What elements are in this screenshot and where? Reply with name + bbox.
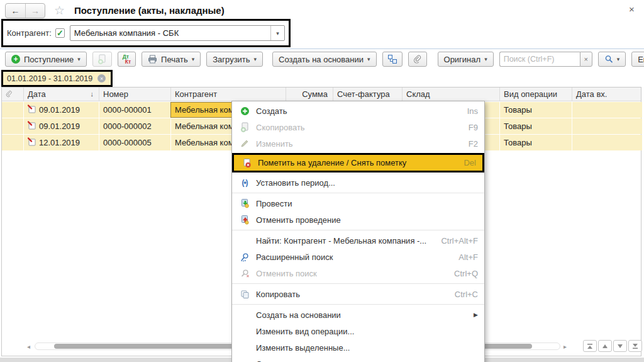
column-header-date-label: Дата: [28, 89, 46, 99]
cancel-search-icon: [240, 268, 250, 278]
close-icon: ×: [584, 55, 587, 63]
go-first-button[interactable]: [583, 340, 597, 352]
menu-item-unpost[interactable]: Отменить проведение: [232, 212, 484, 228]
counterparty-combo: ▾: [70, 25, 285, 41]
date-cell[interactable]: 12.01.2019: [23, 135, 99, 150]
forward-button[interactable]: →: [25, 4, 45, 18]
number-cell[interactable]: 0000-000005: [99, 135, 170, 150]
column-header-warehouse[interactable]: Склад: [402, 88, 499, 101]
period-icon: (•): [240, 178, 250, 188]
search-clear-button[interactable]: ×: [580, 52, 592, 67]
original-button[interactable]: Оригинал ▾: [438, 52, 494, 67]
counterparty-input[interactable]: [70, 26, 270, 40]
menu-item-mark-for-deletion-annotated[interactable]: Пометить на удаление / Снять пометку Del: [232, 153, 484, 173]
column-header-operation-label: Вид операции: [504, 89, 557, 99]
forward-icon: →: [31, 6, 40, 16]
operation-cell[interactable]: Товары: [499, 135, 572, 150]
number-cell[interactable]: 0000-000002: [99, 118, 170, 134]
date-value: 09.01.2019: [39, 122, 80, 131]
operation-cell[interactable]: Товары: [499, 118, 572, 134]
menu-item-label: Изменить: [256, 139, 462, 149]
menu-item-edit[interactable]: Изменить F2: [232, 135, 484, 152]
attachment-cell[interactable]: [2, 135, 23, 150]
context-menu: Создать Ins Скопировать F9 Изменить F2 П…: [231, 101, 485, 362]
load-button[interactable]: Загрузить ▾: [206, 52, 263, 67]
menu-item-original[interactable]: Оригинал ▶: [232, 356, 484, 362]
column-header-sum[interactable]: Сумма: [286, 88, 333, 101]
number-value: 0000-000002: [103, 122, 152, 131]
scroll-right-icon[interactable]: ▸: [564, 343, 567, 350]
create-receipt-button[interactable]: + Поступление ▾: [5, 52, 87, 67]
chevron-down-icon: ▾: [276, 30, 279, 37]
menu-item-cancel-search[interactable]: Отменить поиск Ctrl+Q: [232, 265, 484, 281]
attachments-button[interactable]: [408, 52, 427, 67]
attachments-column-header[interactable]: [2, 88, 23, 101]
scroll-left-icon[interactable]: ◂: [27, 343, 30, 350]
back-icon: ←: [11, 6, 20, 16]
chevron-down-icon: ▾: [77, 56, 80, 62]
go-down-button[interactable]: [613, 340, 627, 352]
print-button[interactable]: Печать ▾: [142, 52, 201, 67]
close-icon[interactable]: ×: [629, 4, 635, 14]
column-header-date[interactable]: Дата ↓: [23, 88, 99, 101]
more-button[interactable]: Еще ▾: [631, 52, 644, 67]
menu-item-label: Установить период...: [256, 178, 478, 188]
menu-shortcut: Alt+F: [458, 252, 478, 262]
menu-item-create-based-on[interactable]: Создать на основании ▶: [232, 307, 484, 323]
attachment-cell[interactable]: [2, 102, 23, 118]
date-value: 12.01.2019: [39, 138, 80, 147]
date-in-cell[interactable]: [572, 118, 642, 134]
search-input[interactable]: [499, 52, 580, 67]
period-filter-chip[interactable]: 01.01.2019 - 31.01.2019 ×: [1, 70, 113, 87]
favorite-star-icon[interactable]: ☆: [54, 3, 65, 18]
search-menu-button[interactable]: ▾: [598, 52, 626, 67]
period-filter-text: 01.01.2019 - 31.01.2019: [7, 74, 92, 83]
menu-shortcut: F2: [469, 139, 478, 149]
menu-item-change-operation-type[interactable]: Изменить вид операции...: [232, 323, 484, 339]
print-label: Печать: [161, 55, 188, 64]
menu-item-post[interactable]: Провести: [232, 195, 484, 212]
go-up-button[interactable]: [598, 340, 612, 352]
menu-item-create[interactable]: Создать Ins: [232, 103, 484, 119]
date-in-cell[interactable]: [572, 102, 642, 118]
counterparty-dropdown-button[interactable]: ▾: [270, 26, 284, 40]
search-box: ×: [499, 52, 592, 67]
menu-item-find-by-value[interactable]: Найти: Контрагент - Мебельная компания -…: [232, 232, 484, 249]
date-cell[interactable]: 09.01.2019: [23, 118, 99, 134]
copy-document-button[interactable]: [92, 52, 112, 67]
menu-item-copy-clipboard[interactable]: Копировать Ctrl+C: [232, 286, 484, 302]
menu-item-label: Отменить проведение: [256, 215, 478, 225]
column-header-operation[interactable]: Вид операции: [499, 88, 572, 101]
triangle-down-icon: [617, 343, 623, 349]
column-header-invoice[interactable]: Счет-фактура: [333, 88, 402, 101]
remove-period-filter-button[interactable]: ×: [97, 74, 106, 82]
document-structure-button[interactable]: [382, 52, 402, 67]
column-header-counterparty[interactable]: Контрагент: [170, 88, 286, 101]
back-button[interactable]: ←: [6, 4, 25, 18]
date-cell[interactable]: 09.01.2019: [23, 102, 99, 118]
menu-item-edit-selected[interactable]: Изменить выделенные...: [232, 339, 484, 356]
copy-icon: [240, 289, 250, 299]
date-in-cell[interactable]: [572, 135, 642, 150]
number-cell[interactable]: 0000-000001: [99, 102, 170, 118]
plus-icon: +: [11, 55, 20, 64]
menu-item-advanced-search[interactable]: Расширенный поиск Alt+F: [232, 249, 484, 265]
counterparty-filter-checkbox[interactable]: ✓: [55, 28, 65, 38]
menu-item-set-period[interactable]: (•) Установить период...: [232, 174, 484, 191]
menu-separator: [232, 230, 484, 230]
paperclip-icon: [6, 90, 13, 98]
menu-shortcut: F9: [469, 123, 478, 132]
create-based-on-button[interactable]: Создать на основании ▾: [272, 52, 376, 67]
go-last-button[interactable]: [628, 340, 642, 352]
column-header-number[interactable]: Номер: [99, 88, 170, 101]
attachment-cell[interactable]: [2, 118, 23, 134]
menu-item-copy-create[interactable]: Скопировать F9: [232, 119, 484, 135]
counterparty-label: Контрагент:: [7, 28, 52, 38]
show-postings-button[interactable]: Дт Кт: [118, 52, 136, 67]
column-header-date-in[interactable]: Дата вх.: [572, 88, 631, 101]
menu-item-label: Создать: [256, 106, 461, 116]
menu-item-label: Изменить выделенные...: [256, 343, 478, 353]
operation-cell[interactable]: Товары: [499, 102, 572, 118]
create-receipt-label: Поступление: [24, 55, 74, 64]
go-last-icon: [632, 343, 638, 349]
